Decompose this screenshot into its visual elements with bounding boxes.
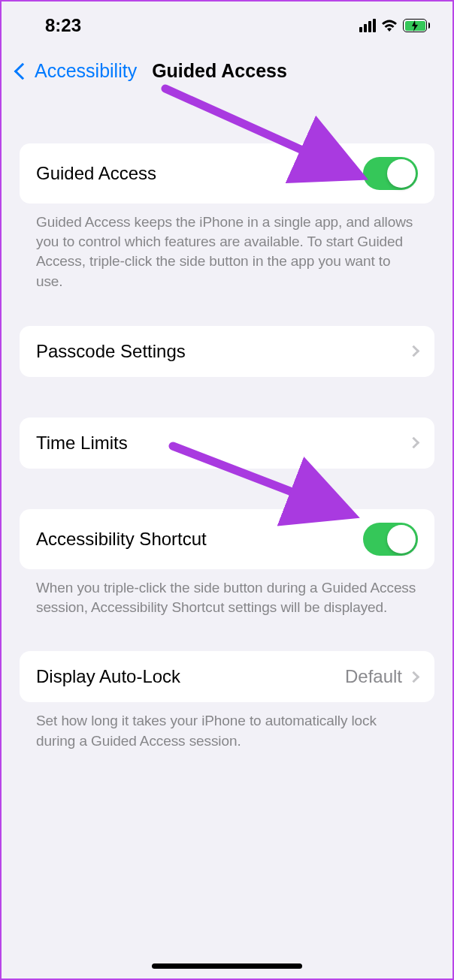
status-bar: 8:23 bbox=[2, 2, 452, 45]
accessibility-shortcut-label: Accessibility Shortcut bbox=[36, 529, 207, 550]
cellular-signal-icon bbox=[359, 19, 376, 32]
time-limits-row[interactable]: Time Limits bbox=[20, 418, 434, 469]
guided-access-footer: Guided Access keeps the iPhone in a sing… bbox=[20, 204, 434, 291]
back-button[interactable]: Accessibility bbox=[14, 60, 137, 82]
time-limits-label: Time Limits bbox=[36, 433, 128, 454]
display-auto-lock-footer: Set how long it takes your iPhone to aut… bbox=[20, 702, 434, 750]
page-title: Guided Access bbox=[152, 60, 287, 82]
passcode-settings-row[interactable]: Passcode Settings bbox=[20, 326, 434, 377]
accessibility-shortcut-row: Accessibility Shortcut bbox=[20, 509, 434, 569]
battery-charging-icon bbox=[403, 19, 430, 32]
back-label: Accessibility bbox=[35, 60, 137, 82]
status-icons bbox=[359, 19, 430, 32]
chevron-right-icon bbox=[408, 345, 420, 357]
guided-access-toggle[interactable] bbox=[363, 157, 418, 190]
chevron-right-icon bbox=[408, 671, 420, 683]
display-auto-lock-value: Default bbox=[345, 666, 402, 687]
chevron-right-icon bbox=[408, 437, 420, 449]
accessibility-shortcut-toggle[interactable] bbox=[363, 523, 418, 556]
nav-bar: Accessibility Guided Access bbox=[2, 45, 452, 104]
display-auto-lock-row[interactable]: Display Auto-Lock Default bbox=[20, 651, 434, 702]
accessibility-shortcut-footer: When you triple-click the side button du… bbox=[20, 569, 434, 617]
guided-access-row: Guided Access bbox=[20, 143, 434, 204]
display-auto-lock-label: Display Auto-Lock bbox=[36, 666, 180, 687]
status-time: 8:23 bbox=[45, 15, 81, 36]
guided-access-label: Guided Access bbox=[36, 163, 156, 184]
passcode-settings-label: Passcode Settings bbox=[36, 341, 186, 362]
chevron-left-icon bbox=[14, 62, 32, 80]
home-indicator[interactable] bbox=[152, 963, 302, 969]
wifi-icon bbox=[380, 19, 398, 32]
